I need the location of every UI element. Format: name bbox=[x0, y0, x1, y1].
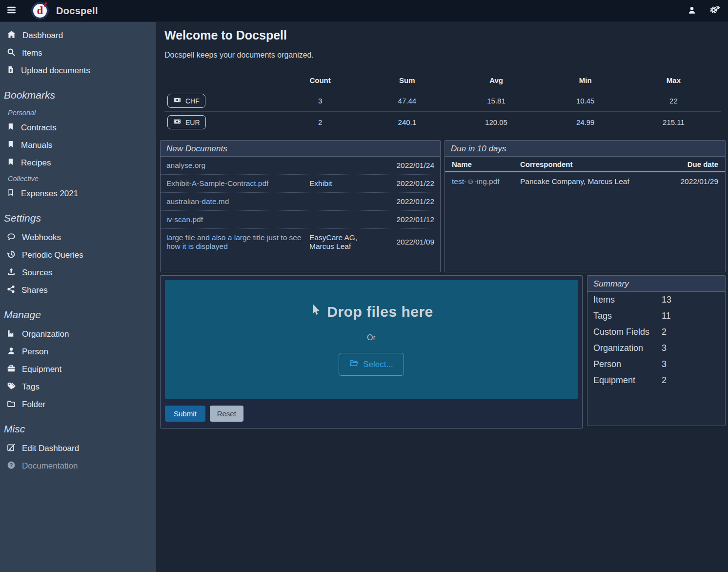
document-link[interactable]: analyse.org bbox=[166, 161, 309, 170]
panel-title: New Documents bbox=[161, 141, 440, 157]
bookmark-expenses-2021[interactable]: Expenses 2021 bbox=[0, 185, 156, 203]
bookmark-recipes[interactable]: Recipes bbox=[0, 154, 156, 172]
summary-item: Custom Fields 2 bbox=[587, 324, 725, 340]
bookmark-manuals[interactable]: Manuals bbox=[0, 137, 156, 154]
table-row: EUR 2 240.1 120.05 24.99 215.11 bbox=[164, 112, 721, 133]
list-item: large file and also a large title just t… bbox=[161, 229, 440, 255]
bookmark-icon bbox=[7, 140, 15, 151]
menu-toggle-button[interactable] bbox=[0, 0, 22, 22]
bookmark-icon bbox=[7, 158, 15, 168]
panel-title: Summary bbox=[587, 276, 725, 292]
user-icon bbox=[688, 6, 696, 16]
sidebar-item-organization[interactable]: Organization bbox=[0, 326, 156, 343]
select-files-button[interactable]: Select... bbox=[339, 353, 404, 376]
sidebar: Dasbhoard Items Upload documents Bookmar… bbox=[0, 22, 156, 572]
page-subtitle: Docspell keeps your documents organized. bbox=[164, 51, 726, 60]
bookmark-icon bbox=[7, 123, 15, 133]
share-icon bbox=[7, 285, 15, 296]
sidebar-item-shares[interactable]: Shares bbox=[0, 282, 156, 299]
submit-button[interactable]: Submit bbox=[165, 406, 205, 422]
summary-item: Equipment 2 bbox=[587, 372, 725, 388]
list-item: iv-scan.pdf 2022/01/12 bbox=[161, 211, 440, 229]
summary-item: Person 3 bbox=[587, 356, 725, 372]
file-upload-icon bbox=[7, 65, 15, 77]
stat-min: 10.45 bbox=[544, 90, 626, 112]
misc-section-title: Misc bbox=[0, 413, 156, 440]
sidebar-item-webhooks[interactable]: Webhooks bbox=[0, 229, 156, 246]
svg-text:?: ? bbox=[10, 462, 13, 468]
history-icon bbox=[7, 250, 16, 261]
list-item: Exhibit-A-Sample-Contract.pdf Exhibit 20… bbox=[161, 175, 440, 193]
upload-card: Drop files here Or Select... bbox=[160, 275, 583, 429]
mouse-pointer-icon bbox=[309, 303, 321, 320]
stat-avg: 15.81 bbox=[448, 90, 545, 112]
settings-section-title: Settings bbox=[0, 203, 156, 229]
document-link[interactable]: Exhibit-A-Sample-Contract.pdf bbox=[166, 179, 309, 188]
app-title: Docspell bbox=[56, 5, 98, 17]
stat-min: 24.99 bbox=[544, 112, 626, 133]
topbar: d Docspell bbox=[0, 0, 728, 22]
manage-section-title: Manage bbox=[0, 299, 156, 326]
document-link[interactable]: iv-scan.pdf bbox=[166, 215, 309, 224]
stat-avg: 120.05 bbox=[448, 112, 545, 133]
stat-count: 3 bbox=[274, 90, 366, 112]
column-header: Due date bbox=[664, 157, 725, 172]
account-button[interactable] bbox=[681, 0, 703, 22]
cogs-icon bbox=[709, 6, 718, 16]
bookmark-contracts[interactable]: Contracts bbox=[0, 119, 156, 137]
summary-item: Items 13 bbox=[587, 292, 725, 308]
stat-count: 2 bbox=[274, 112, 366, 133]
briefcase-icon bbox=[7, 364, 16, 375]
document-link[interactable]: large file and also a large title just t… bbox=[166, 233, 309, 251]
settings-button[interactable] bbox=[703, 0, 724, 22]
bookmark-outline-icon bbox=[7, 188, 15, 199]
sidebar-item-documentation[interactable]: ? Documentation bbox=[0, 457, 156, 475]
due-in-10-days-panel: Due in 10 days Name Correspondent Due da… bbox=[445, 140, 726, 272]
or-divider: Or bbox=[183, 333, 559, 342]
main-content: Welcome to Docspell Docspell keeps your … bbox=[156, 22, 728, 572]
dropzone-title: Drop files here bbox=[309, 303, 433, 320]
column-header: Max bbox=[627, 72, 721, 90]
file-dropzone[interactable]: Drop files here Or Select... bbox=[165, 280, 578, 399]
sidebar-item-edit-dashboard[interactable]: Edit Dashboard bbox=[0, 440, 156, 457]
person-icon bbox=[7, 347, 16, 358]
money-bill-icon bbox=[173, 118, 181, 127]
hamburger-icon bbox=[6, 5, 17, 17]
bookmarks-section-title: Bookmarks bbox=[0, 80, 156, 106]
sidebar-item-sources[interactable]: Sources bbox=[0, 264, 156, 282]
currency-stats-table: Count Sum Avg Min Max bbox=[164, 72, 721, 133]
sidebar-item-person[interactable]: Person bbox=[0, 343, 156, 361]
panel-title: Due in 10 days bbox=[445, 141, 725, 157]
new-documents-panel: New Documents analyse.org 2022/01/24 Exh… bbox=[160, 140, 441, 272]
industry-icon bbox=[7, 329, 16, 340]
reset-button[interactable]: Reset bbox=[210, 406, 243, 422]
stat-sum: 240.1 bbox=[366, 112, 448, 133]
table-row: test-☺-ing.pdf Pancake Company, Marcus L… bbox=[445, 172, 725, 191]
bookmarks-group-collective: Collective bbox=[0, 172, 156, 185]
sidebar-item-folder[interactable]: Folder bbox=[0, 396, 156, 413]
document-link[interactable]: test-☺-ing.pdf bbox=[452, 177, 500, 185]
upload-icon bbox=[7, 267, 16, 279]
currency-badge-chf[interactable]: CHF bbox=[167, 94, 205, 108]
edit-icon bbox=[7, 443, 16, 454]
comment-icon bbox=[7, 232, 16, 244]
summary-item: Organization 3 bbox=[587, 340, 725, 356]
summary-panel: Summary Items 13 Tags 11 Custom Fields 2… bbox=[587, 275, 726, 426]
sidebar-item-equipment[interactable]: Equipment bbox=[0, 361, 156, 378]
folder-icon bbox=[7, 399, 16, 410]
sidebar-item-periodic-queries[interactable]: Periodic Queries bbox=[0, 246, 156, 264]
sidebar-item-items[interactable]: Items bbox=[0, 44, 156, 62]
currency-badge-eur[interactable]: EUR bbox=[167, 115, 206, 129]
sidebar-item-tags[interactable]: Tags bbox=[0, 378, 156, 396]
page-title: Welcome to Docspell bbox=[164, 28, 726, 42]
stat-sum: 47.44 bbox=[366, 90, 448, 112]
bookmarks-group-personal: Personal bbox=[0, 106, 156, 119]
list-item: analyse.org 2022/01/24 bbox=[161, 157, 440, 175]
sidebar-item-upload-documents[interactable]: Upload documents bbox=[0, 62, 156, 80]
column-header: Avg bbox=[448, 72, 545, 90]
column-header: Correspondent bbox=[513, 157, 664, 172]
document-link[interactable]: australian-date.md bbox=[166, 197, 309, 206]
sidebar-item-dashboard[interactable]: Dasbhoard bbox=[0, 27, 156, 44]
column-header: Sum bbox=[366, 72, 448, 90]
stat-max: 215.11 bbox=[627, 112, 721, 133]
